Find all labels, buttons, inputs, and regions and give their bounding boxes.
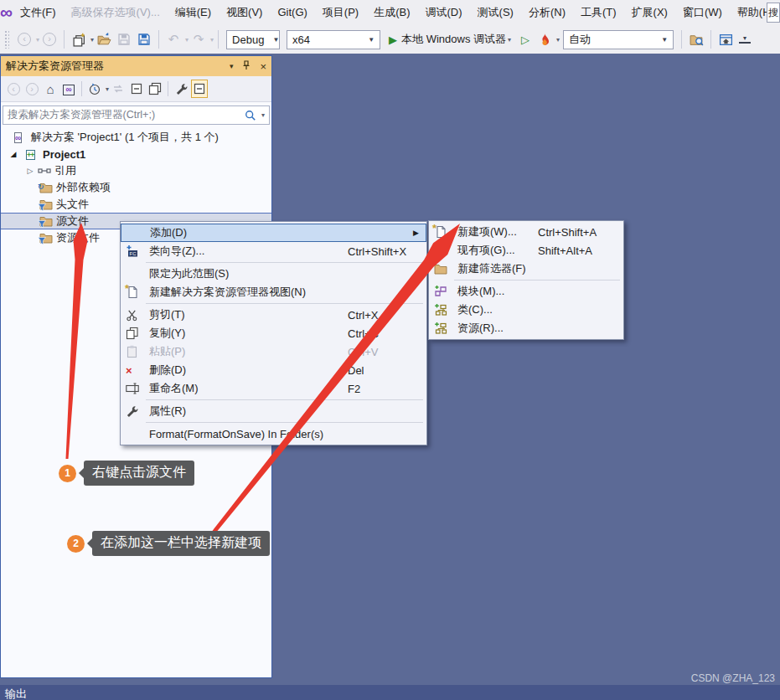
menu-item-label: 现有项(G)... <box>457 243 515 258</box>
collapse-all-button[interactable] <box>128 80 145 98</box>
new-filter-icon: * <box>434 262 454 275</box>
submenu-item-module[interactable]: 模块(M)... <box>429 282 623 301</box>
redo-button: ↷ <box>189 29 208 49</box>
new-project-dropdown-icon[interactable]: ▾ <box>90 36 94 44</box>
solution-search-input[interactable]: 搜索解决方案资源管理器(Ctrl+;) ▾ <box>3 106 270 125</box>
menu-extensions[interactable]: 扩展(X) <box>624 0 675 25</box>
menu-icon-spacer <box>126 427 146 440</box>
start-without-debugging-button[interactable]: ▷ <box>521 33 529 46</box>
window-layout-button[interactable] <box>716 29 735 49</box>
close-icon[interactable]: × <box>260 60 266 73</box>
context-menu-item-copy[interactable]: 复制(Y) Ctrl+C <box>121 324 426 342</box>
filter-folder-icon <box>39 198 53 211</box>
plus-overlay-icon: + <box>431 242 436 252</box>
menu-tools[interactable]: 工具(T) <box>573 0 624 25</box>
context-menu-item-format-on-save[interactable]: Format(FormatOnSave) In Folder(s) <box>121 425 426 443</box>
start-debugging-button[interactable]: ▶ 本地 Windows 调试器 ▾ <box>389 32 511 47</box>
menu-item-label: 删除(D) <box>149 363 186 378</box>
home-icon[interactable]: ⌂ <box>42 80 59 98</box>
tree-item-header-files[interactable]: 头文件 <box>1 196 271 213</box>
menu-window[interactable]: 窗口(W) <box>675 0 730 25</box>
quick-search-box[interactable]: 搜 <box>767 3 780 23</box>
show-all-files-button[interactable] <box>147 80 163 98</box>
tree-item-solution[interactable]: ∞ 解决方案 'Project1' (1 个项目，共 1 个) <box>1 129 271 146</box>
tree-item-external-dependencies[interactable]: ↻ 外部依赖项 <box>1 179 271 196</box>
collapse-chevron-icon[interactable]: ◢ <box>8 150 19 158</box>
navigate-forward-button[interactable]: › <box>40 29 59 49</box>
tree-item-references[interactable]: ▷ 引用 <box>1 162 271 179</box>
toolbar-grip[interactable] <box>4 30 9 49</box>
submenu-item-new-item[interactable]: * 新建项(W)... Ctrl+Shift+A <box>429 223 623 241</box>
submenu-item-resource[interactable]: 资源(R)... <box>429 319 623 337</box>
configuration-combobox[interactable]: Debug ▼ <box>226 30 280 49</box>
undo-dropdown-icon: ▾ <box>185 36 189 44</box>
search-options-dropdown-icon[interactable]: ▾ <box>261 111 265 119</box>
solution-icon: ∞ <box>14 131 28 144</box>
pending-changes-filter-button[interactable] <box>86 80 103 98</box>
output-panel-strip[interactable]: 输出 <box>0 685 780 700</box>
start-debugging-dropdown-icon[interactable]: ▾ <box>508 36 511 44</box>
find-in-files-button[interactable] <box>687 29 705 49</box>
hot-reload-dropdown-icon[interactable]: ▾ <box>556 36 560 44</box>
toolbar-separator <box>681 30 682 49</box>
submenu-item-new-filter[interactable]: * 新建筛选器(F) <box>429 260 623 278</box>
step-tooltip: 在添加这一栏中选择新建项 <box>92 531 270 556</box>
funnel-icon <box>38 237 46 245</box>
context-menu-item-cut[interactable]: 剪切(T) Ctrl+X <box>121 306 426 324</box>
context-menu-item-delete[interactable]: × 删除(D) Del <box>121 361 426 379</box>
menu-debug[interactable]: 调试(D) <box>418 0 470 25</box>
asterisk-overlay-icon: * <box>432 259 436 271</box>
pin-icon[interactable] <box>241 60 251 73</box>
toolbar-overflow-button[interactable]: ▾ <box>739 35 751 44</box>
context-menu-item-rename[interactable]: 重命名(M) F2 <box>121 379 426 398</box>
menu-bar: ∞ 文件(F) 高级保存选项(V)... 编辑(E) 视图(V) Git(G) … <box>0 0 780 25</box>
preview-selected-items-toggle[interactable] <box>191 80 208 98</box>
annotation-step-1: 1 右键点击源文件 <box>59 461 194 486</box>
tree-item-label: 头文件 <box>56 197 89 212</box>
start-debugging-label: 本地 Windows 调试器 <box>401 32 506 47</box>
context-menu-item-class-wizard[interactable]: 类向导(Z)... Ctrl+Shift+X <box>121 242 426 260</box>
context-menu-item-add[interactable]: 添加(D) ▶ <box>121 224 426 242</box>
menu-view[interactable]: 视图(V) <box>219 0 270 25</box>
save-all-button[interactable] <box>135 29 153 49</box>
open-folder-button[interactable] <box>95 29 113 49</box>
solution-explorer-titlebar[interactable]: 解决方案资源管理器 ▾ × <box>1 56 271 76</box>
toolbar-separator <box>81 81 82 96</box>
submenu-item-class[interactable]: 类(C)... <box>429 301 623 319</box>
menu-project[interactable]: 项目(P) <box>315 0 366 25</box>
hot-reload-button[interactable] <box>535 29 554 49</box>
visual-studio-window: ∞ 文件(F) 高级保存选项(V)... 编辑(E) 视图(V) Git(G) … <box>0 0 780 700</box>
menu-item-shortcut: Ctrl+X <box>348 309 421 322</box>
menu-test[interactable]: 测试(S) <box>470 0 521 25</box>
filter-dropdown-icon[interactable]: ▾ <box>106 85 109 93</box>
menu-build[interactable]: 生成(B) <box>366 0 417 25</box>
menu-item-shortcut: Ctrl+C <box>348 327 421 340</box>
menu-item-label: 新建项(W)... <box>457 224 517 239</box>
search-icon[interactable] <box>245 110 256 121</box>
window-position-dropdown-icon[interactable]: ▾ <box>230 62 234 70</box>
class-icon <box>434 303 454 317</box>
profile-combobox[interactable]: 自动 ▼ <box>563 30 674 49</box>
menu-edit[interactable]: 编辑(E) <box>168 0 219 25</box>
asterisk-overlay-icon: * <box>125 282 129 295</box>
menu-analyze[interactable]: 分析(N) <box>521 0 573 25</box>
properties-button[interactable] <box>173 80 189 98</box>
tree-item-project[interactable]: ◢ ++ Project1 <box>1 146 271 162</box>
toolbar-separator <box>64 30 65 49</box>
switch-views-button[interactable]: ∞ <box>60 80 77 98</box>
context-menu-item-properties[interactable]: 属性(R) <box>121 402 426 420</box>
menu-separator <box>146 399 423 400</box>
navigate-back-dropdown-icon[interactable]: ▾ <box>36 36 39 44</box>
toolbar-separator <box>158 30 159 49</box>
menu-item-label: 类(C)... <box>457 302 493 317</box>
expand-chevron-icon[interactable]: ▷ <box>24 167 36 175</box>
navigate-back-button[interactable]: ‹ <box>15 29 34 49</box>
menu-file[interactable]: 文件(F) <box>13 0 64 25</box>
menu-item-label: 添加(D) <box>150 225 187 240</box>
new-project-button[interactable] <box>70 29 88 49</box>
context-menu-item-scope-to-this[interactable]: 限定为此范围(S) <box>121 265 426 283</box>
context-menu-item-new-solution-explorer-view[interactable]: * 新建解决方案资源管理器视图(N) <box>121 283 426 301</box>
submenu-item-existing-item[interactable]: + 现有项(G)... Shift+Alt+A <box>429 241 623 260</box>
menu-git[interactable]: Git(G) <box>270 0 314 25</box>
platform-combobox[interactable]: x64 ▼ <box>287 30 380 49</box>
